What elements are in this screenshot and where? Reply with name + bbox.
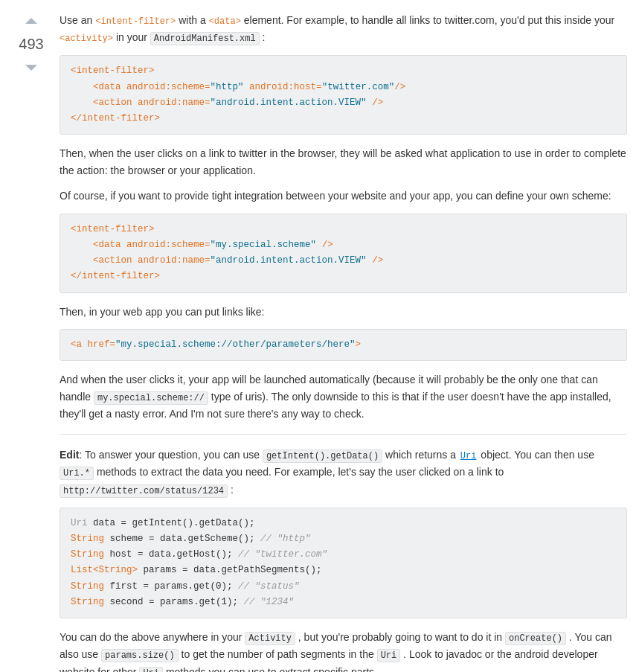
para7d-text: to get the number of path segments in th… bbox=[179, 648, 377, 660]
para7b-text: , but you're probably going to want to d… bbox=[295, 631, 505, 643]
code-block-3: <a href="my.special.scheme://other/param… bbox=[60, 329, 627, 361]
para7a-text: You can do the above anywhere in your bbox=[60, 631, 245, 643]
activity-inline: Activity bbox=[245, 632, 295, 645]
paragraph-1: Use an <intent-filter> with a <data> ele… bbox=[60, 12, 627, 46]
para1-text: Use an bbox=[60, 14, 95, 26]
uri-star: Uri.* bbox=[60, 467, 94, 480]
code-block-2: <intent-filter> <data android:scheme="my… bbox=[60, 214, 627, 293]
code-block-4: Uri data = getIntent().getData(); String… bbox=[60, 508, 627, 619]
params-size-method: params.size() bbox=[101, 649, 179, 662]
on-create-method: onCreate() bbox=[505, 632, 566, 645]
my-special-scheme: my.special.scheme:// bbox=[94, 391, 208, 405]
upvote-icon bbox=[22, 15, 40, 33]
paragraph-4: Then, in your web app you can put links … bbox=[60, 304, 627, 320]
uri-inline-2: Uri bbox=[377, 649, 401, 662]
code-block-1: <intent-filter> <data android:scheme="ht… bbox=[60, 55, 627, 135]
para1d-text: in your bbox=[113, 31, 150, 43]
paragraph-6: Edit: To answer your question, you can u… bbox=[60, 447, 627, 499]
para6c-text: object. You can then use bbox=[478, 449, 594, 461]
vote-count: 493 bbox=[19, 36, 43, 53]
answer-container: 493 Use an <intent-filter> with a <data>… bbox=[0, 0, 636, 672]
edit-label: Edit bbox=[60, 449, 79, 461]
para6d-text: methods to extract the data you need. Fo… bbox=[94, 466, 504, 478]
para6e-text: : bbox=[228, 484, 234, 496]
para7f-text: methods you can use to extract specific … bbox=[163, 666, 377, 672]
uri-inline-3: Uri bbox=[139, 667, 163, 672]
manifest-ref: AndroidManifest.xml bbox=[150, 32, 260, 45]
paragraph-7: You can do the above anywhere in your Ac… bbox=[60, 629, 627, 672]
vote-column: 493 bbox=[9, 12, 54, 672]
vote-up-button[interactable] bbox=[19, 15, 43, 33]
intent-filter-tag-1: <intent-filter> bbox=[95, 16, 176, 27]
answer-body: Use an <intent-filter> with a <data> ele… bbox=[54, 12, 627, 672]
twitter-url: http://twitter.com/status/1234 bbox=[60, 484, 228, 498]
uri-ref-1: Uri bbox=[459, 451, 478, 461]
activity-tag: <activity> bbox=[60, 33, 113, 44]
vote-down-button[interactable] bbox=[19, 56, 43, 74]
para1c-text: element. For example, to handle all link… bbox=[241, 14, 614, 26]
para1e-text: : bbox=[260, 31, 266, 43]
paragraph-3: Of course, if you want to provide tight … bbox=[60, 188, 627, 204]
section-divider bbox=[60, 434, 627, 435]
paragraph-5: And when the user clicks it, your app wi… bbox=[60, 371, 627, 422]
downvote-icon bbox=[22, 56, 40, 74]
para6a-text: : To answer your question, you can use bbox=[79, 449, 262, 461]
para6b-text: which returns a bbox=[382, 449, 459, 461]
get-intent-method: getIntent().getData() bbox=[263, 449, 382, 463]
paragraph-2: Then, when the user clicks on a link to … bbox=[60, 145, 627, 179]
data-tag: <data> bbox=[209, 16, 241, 27]
para1b-text: with a bbox=[176, 14, 208, 26]
